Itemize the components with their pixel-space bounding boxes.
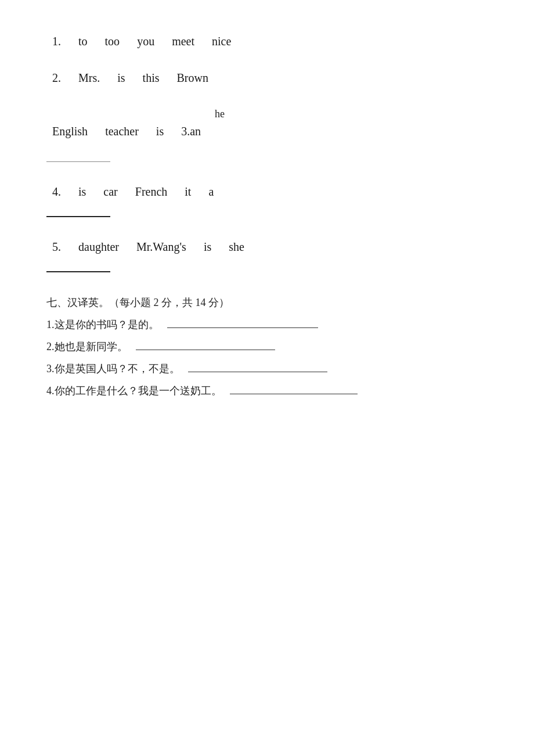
q5-number: 5. bbox=[52, 240, 61, 254]
q4-word-4: it bbox=[185, 185, 191, 199]
q4-word-2: car bbox=[103, 185, 117, 199]
q5-answer-line bbox=[46, 271, 110, 272]
q4-words-line: 4. is car French it a bbox=[46, 185, 488, 199]
section-7: 七、汉译英。（每小题 2 分，共 14 分） 1.这是你的书吗？是的。 2.她也… bbox=[46, 296, 488, 398]
translation-item-2: 2.她也是新同学。 bbox=[46, 340, 488, 354]
q4-word-5: a bbox=[208, 185, 214, 199]
q1-word-1: to bbox=[78, 35, 88, 48]
translation-blank-3[interactable] bbox=[188, 371, 327, 372]
q3-word-english: English bbox=[52, 125, 88, 138]
translation-item-4: 4.你的工作是什么？我是一个送奶工。 bbox=[46, 384, 488, 398]
q5-word-3: is bbox=[204, 240, 211, 254]
q5-word-2: Mr.Wang's bbox=[136, 240, 186, 254]
translation-item-1: 1.这是你的书吗？是的。 bbox=[46, 318, 488, 332]
question-3: he English teacher is 3.an bbox=[46, 108, 488, 162]
q5-word-1: daughter bbox=[78, 240, 119, 254]
q1-word-4: meet bbox=[172, 35, 194, 48]
q5-words-line: 5. daughter Mr.Wang's is she bbox=[46, 240, 488, 254]
q5-word-4: she bbox=[229, 240, 244, 254]
q4-word-3: French bbox=[135, 185, 168, 199]
q4-number: 4. bbox=[52, 185, 61, 199]
q2-word-4: Brown bbox=[176, 71, 208, 85]
q3-word-3an: 3.an bbox=[181, 125, 201, 138]
q1-number: 1. bbox=[52, 35, 61, 48]
q4-answer-line bbox=[46, 216, 110, 217]
section-7-header: 七、汉译英。（每小题 2 分，共 14 分） bbox=[46, 296, 488, 309]
q2-words-line: 2. Mrs. is this Brown bbox=[46, 71, 488, 85]
translation-blank-2[interactable] bbox=[136, 349, 275, 350]
translation-blank-1[interactable] bbox=[167, 327, 318, 328]
q3-word-teacher: teacher bbox=[105, 125, 139, 138]
question-5: 5. daughter Mr.Wang's is she bbox=[46, 240, 488, 272]
q3-answer-line bbox=[46, 161, 110, 162]
q2-word-3: this bbox=[143, 71, 160, 85]
q3-word-he: he bbox=[215, 108, 225, 120]
translation-text-1: 1.这是你的书吗？是的。 bbox=[46, 318, 159, 332]
translation-blank-4[interactable] bbox=[230, 393, 358, 394]
q1-word-2: too bbox=[105, 35, 120, 48]
q1-words-line: 1. to too you meet nice bbox=[46, 35, 488, 48]
question-1: 1. to too you meet nice bbox=[46, 35, 488, 48]
q2-word-1: Mrs. bbox=[78, 71, 100, 85]
q1-word-5: nice bbox=[212, 35, 231, 48]
translation-text-3: 3.你是英国人吗？不，不是。 bbox=[46, 362, 180, 376]
translation-item-3: 3.你是英国人吗？不，不是。 bbox=[46, 362, 488, 376]
q3-word-is: is bbox=[156, 125, 164, 138]
q1-word-3: you bbox=[137, 35, 154, 48]
q2-word-2: is bbox=[117, 71, 125, 85]
translation-text-4: 4.你的工作是什么？我是一个送奶工。 bbox=[46, 384, 222, 398]
q3-line1: he bbox=[46, 108, 488, 120]
q4-word-1: is bbox=[78, 185, 86, 199]
question-2: 2. Mrs. is this Brown bbox=[46, 71, 488, 85]
q3-line2: English teacher is 3.an bbox=[46, 125, 488, 138]
q2-number: 2. bbox=[52, 71, 61, 85]
translation-text-2: 2.她也是新同学。 bbox=[46, 340, 128, 354]
question-4: 4. is car French it a bbox=[46, 185, 488, 217]
